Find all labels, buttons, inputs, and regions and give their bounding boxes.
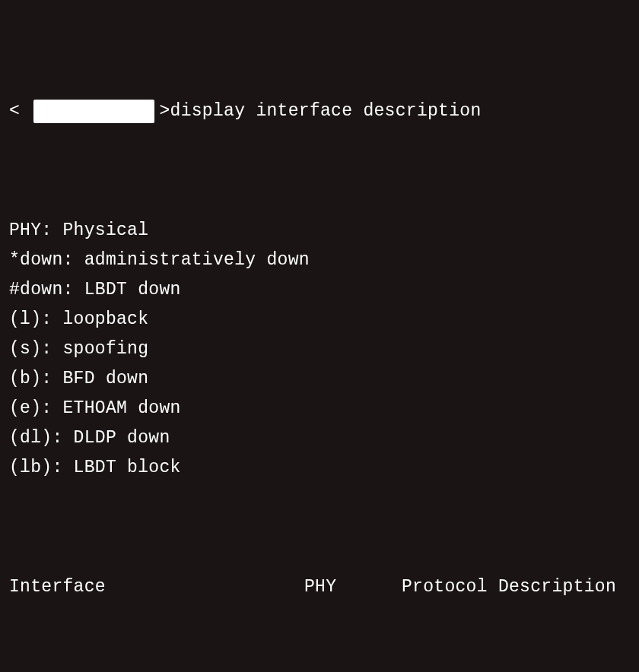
legend-line: (e): ETHOAM down [9, 394, 630, 423]
legend-line: (lb): LBDT block [9, 453, 630, 483]
terminal-output: < >display interface description PHY: Ph… [9, 8, 630, 672]
legend-line: #down: LBDT down [9, 275, 630, 305]
prompt-line: < >display interface description [9, 97, 630, 126]
legend-line: (b): BFD down [9, 364, 630, 394]
legend-line: (dl): DLDP down [9, 423, 630, 453]
prompt-bracket-open: < [9, 97, 20, 126]
legend-line: PHY: Physical [9, 216, 630, 246]
header-phy: PHY [304, 572, 402, 602]
legend-line: (l): loopback [9, 305, 630, 334]
legend-line: (s): spoofing [9, 334, 630, 364]
prompt-bracket-close: > [159, 97, 170, 126]
legend-line: *down: administratively down [9, 246, 630, 275]
legend-block: PHY: Physical*down: administratively dow… [9, 216, 630, 483]
redacted-hostname [20, 97, 159, 126]
table-header-row: Interface PHY Protocol Description [9, 572, 630, 602]
command-text: display interface description [170, 97, 482, 126]
header-interface: Interface [9, 572, 304, 602]
header-protocol: Protocol Description [402, 572, 616, 602]
